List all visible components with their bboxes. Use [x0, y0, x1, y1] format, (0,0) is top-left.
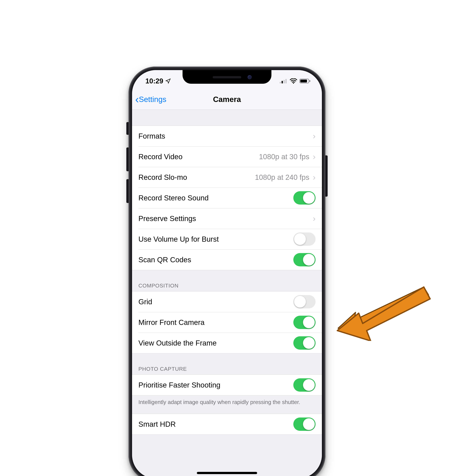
svg-rect-1	[282, 81, 283, 83]
volume-down-button	[126, 179, 128, 203]
row-label: Mirror Front Camera	[138, 318, 293, 327]
photo-capture-header: PHOTO CAPTURE	[132, 353, 322, 374]
annotation-arrow-icon	[335, 281, 432, 341]
formats-row[interactable]: Formats ›	[132, 126, 322, 146]
smart-hdr-toggle[interactable]	[293, 417, 316, 431]
chevron-right-icon: ›	[313, 214, 316, 223]
row-label: Scan QR Codes	[138, 255, 293, 264]
volume-burst-row: Use Volume Up for Burst	[132, 229, 322, 249]
navigation-bar: ‹ Settings Camera	[132, 89, 322, 110]
svg-point-4	[293, 83, 294, 84]
chevron-right-icon: ›	[313, 152, 316, 161]
mirror-front-camera-toggle[interactable]	[293, 316, 316, 329]
prioritise-faster-shooting-toggle[interactable]	[293, 378, 316, 392]
general-group: Formats › Record Video 1080p at 30 fps ›…	[132, 126, 322, 270]
settings-content[interactable]: Formats › Record Video 1080p at 30 fps ›…	[132, 110, 322, 476]
svg-rect-3	[285, 79, 287, 83]
photo-capture-footer: Intelligently adapt image quality when r…	[132, 395, 322, 407]
scan-qr-row: Scan QR Codes	[132, 249, 322, 270]
prioritise-faster-shooting-row: Prioritise Faster Shooting	[132, 375, 322, 395]
volume-up-button	[126, 147, 128, 171]
grid-toggle[interactable]	[293, 295, 316, 308]
view-outside-frame-row: View Outside the Frame	[132, 333, 322, 353]
row-label: Grid	[138, 297, 293, 306]
smart-hdr-row: Smart HDR	[132, 414, 322, 435]
battery-icon	[299, 78, 311, 84]
grid-row: Grid	[132, 291, 322, 312]
scan-qr-toggle[interactable]	[293, 253, 316, 266]
location-arrow-icon	[165, 78, 171, 84]
row-label: Use Volume Up for Burst	[138, 235, 293, 243]
annotation-arrow-icon	[335, 281, 432, 341]
svg-marker-10	[337, 287, 430, 341]
svg-marker-8	[338, 287, 429, 336]
composition-group: Grid Mirror Front Camera View Outside th…	[132, 291, 322, 353]
power-button	[326, 155, 328, 197]
record-stereo-toggle[interactable]	[293, 191, 316, 205]
row-label: Record Slo-mo	[138, 173, 255, 182]
notch	[183, 70, 271, 84]
mirror-front-camera-row: Mirror Front Camera	[132, 312, 322, 333]
home-indicator[interactable]	[197, 472, 257, 474]
screen: 10:29	[132, 70, 322, 476]
record-stereo-row: Record Stereo Sound	[132, 188, 322, 208]
cellular-signal-icon	[280, 79, 288, 83]
view-outside-frame-toggle[interactable]	[293, 336, 316, 350]
row-label: Smart HDR	[138, 420, 293, 428]
row-label: Record Video	[138, 152, 259, 161]
row-label: Preserve Settings	[138, 214, 312, 223]
smart-hdr-group: Smart HDR	[132, 414, 322, 435]
photo-capture-group: Prioritise Faster Shooting	[132, 374, 322, 395]
row-value: 1080p at 240 fps	[255, 173, 309, 182]
row-label: View Outside the Frame	[138, 339, 293, 347]
svg-rect-7	[309, 80, 310, 82]
svg-rect-0	[280, 82, 281, 83]
svg-rect-2	[283, 80, 285, 83]
page-title: Camera	[213, 95, 241, 104]
row-label: Formats	[138, 132, 312, 140]
chevron-left-icon: ‹	[135, 96, 139, 103]
composition-header: COMPOSITION	[132, 270, 322, 291]
chevron-right-icon: ›	[313, 172, 316, 182]
svg-rect-6	[300, 80, 307, 83]
back-button[interactable]: ‹ Settings	[135, 95, 166, 104]
row-label: Record Stereo Sound	[138, 193, 293, 202]
phone-device-frame: 10:29	[128, 67, 326, 476]
wifi-icon	[290, 78, 297, 84]
row-label: Prioritise Faster Shooting	[138, 381, 293, 389]
preserve-settings-row[interactable]: Preserve Settings ›	[132, 208, 322, 229]
record-video-row[interactable]: Record Video 1080p at 30 fps ›	[132, 146, 322, 167]
record-slomo-row[interactable]: Record Slo-mo 1080p at 240 fps ›	[132, 167, 322, 188]
status-time: 10:29	[145, 77, 163, 85]
mute-switch	[126, 122, 128, 135]
volume-burst-toggle[interactable]	[293, 232, 316, 246]
chevron-right-icon: ›	[313, 131, 316, 141]
back-label: Settings	[139, 95, 166, 104]
row-value: 1080p at 30 fps	[259, 152, 309, 161]
